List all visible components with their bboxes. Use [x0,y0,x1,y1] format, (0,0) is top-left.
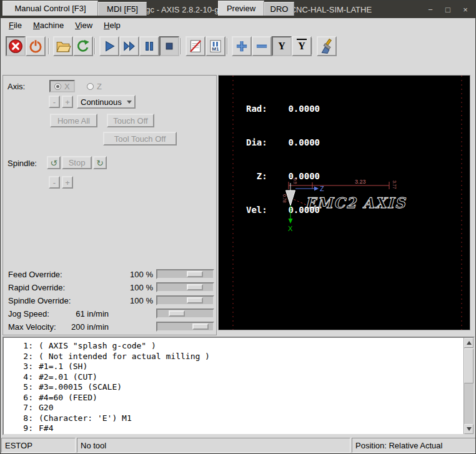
scrollbar-thumb[interactable] [464,348,474,383]
optional-stop-button[interactable]: M1 [206,36,226,56]
toolbar: M1 Y Y [1,32,475,61]
gcode-line[interactable]: 4:#2=.01 (CUT) [4,372,463,383]
jog-mode-select[interactable]: Continuous [77,95,136,109]
jog-minus-button[interactable]: - [49,96,60,108]
gcode-line[interactable]: 6:#4=60 (FEED) [4,393,463,403]
dimension-top-label: 3.23 [355,179,366,185]
power-icon [27,38,44,54]
gcode-line[interactable]: 3:#1=.1 (SH) [4,362,463,372]
slider-thumb[interactable] [187,271,203,277]
zoom-out-button[interactable] [252,36,272,56]
gcode-line[interactable]: 9:F#4 [4,423,463,434]
dimension-cone-left-label: 0.78 [282,194,287,203]
spindle-plus-button[interactable]: + [62,176,73,189]
gcode-line[interactable]: 5:#3=.00015 (SCALE) [4,382,463,393]
step-button[interactable] [119,36,139,56]
jog-speed-label: Jog Speed: [8,309,49,318]
gcode-lines: 1:( AXIS "splash g-code" ) 2:( Not inten… [4,341,463,434]
view-y-icon: Y [278,41,285,52]
view-y2-button[interactable]: Y [292,36,312,56]
feed-override-slider[interactable] [156,269,214,279]
z-axis-arrow-icon [314,187,319,191]
zoom-in-icon [234,38,250,54]
run-button[interactable] [99,36,119,56]
minimize-icon[interactable] [425,5,435,14]
max-velocity-label: Max Velocity: [8,322,56,332]
optional-stop-icon: M1 [207,38,224,54]
jog-plus-button[interactable]: + [62,96,73,108]
tab-dro[interactable]: DRO [264,2,294,16]
axis-window: axis-lathe.ngc - AXIS 2.8.2-10-g6d29f145… [0,0,476,454]
rapid-override-row: Rapid Override: 100 % [3,281,217,294]
toolbar-separator [94,38,96,54]
gcode-listing[interactable]: 1:( AXIS "splash g-code" ) 2:( Not inten… [2,337,475,435]
zoom-in-button[interactable] [232,36,252,56]
gcode-line[interactable]: 1:( AXIS "splash g-code" ) [4,341,463,352]
spindle-override-slider[interactable] [156,295,214,305]
status-machine-state: ESTOP [1,438,76,453]
view-y2-icon: Y [298,41,305,52]
reload-button[interactable] [73,36,93,56]
axis-radio-x[interactable]: X [49,80,75,92]
slider-thumb[interactable] [169,310,185,317]
gcode-line[interactable]: 2:( Not intended for actual milling ) [4,352,463,362]
gcode-line[interactable]: 7:G20 [4,403,463,413]
tab-preview[interactable]: Preview [218,1,264,16]
rapid-override-label: Rapid Override: [8,283,65,292]
touch-off-button[interactable]: Touch Off [107,114,154,127]
jog-speed-slider[interactable] [156,308,214,318]
scroll-up-icon[interactable] [464,338,474,348]
stop-button[interactable] [159,36,179,56]
axis-radio-z[interactable]: Z [83,80,106,92]
maximize-icon[interactable] [443,5,453,14]
tab-mdi[interactable]: MDI [F5] [98,2,147,16]
zoom-out-icon [254,38,270,54]
spindle-minus-button[interactable]: - [49,176,60,189]
feed-override-row: Feed Override: 100 % [3,268,217,281]
radio-dot [87,83,94,90]
gcode-line[interactable]: 8:(Character: 'E') M1 [4,413,463,424]
svg-text:M1: M1 [212,46,219,52]
dimension-cone-top-label: 0.9 [293,178,297,184]
rapid-override-slider[interactable] [156,282,214,292]
step-icon [121,38,137,54]
menu-machine[interactable]: Machine [27,19,69,31]
close-icon[interactable] [460,5,470,14]
emc2-axis-logo: EMC2 AXIS [305,194,407,211]
status-position-mode: Position: Relative Actual [352,438,476,453]
slider-thumb[interactable] [187,284,203,290]
max-velocity-slider[interactable] [156,322,214,332]
manual-control-panel: Axis: X Z - + Continuous Home All Touch … [2,75,217,335]
slider-thumb[interactable] [187,297,203,303]
spindle-reverse-button[interactable] [47,156,61,169]
max-velocity-value: 200 in/min [52,322,109,332]
machine-power-button[interactable] [26,36,46,56]
tool-touch-off-button[interactable]: Tool Touch Off [103,132,177,146]
tab-manual-control[interactable]: Manual Control [F3] [2,1,98,16]
preview-canvas[interactable]: Rad: 0.0000 Dia: 0.0000 Z: 0.0000 Vel: 0… [218,75,470,330]
spindle-stop-button[interactable]: Stop [62,156,92,169]
toolbar-separator [312,38,313,54]
block-delete-button[interactable] [186,36,206,56]
menu-file[interactable]: File [3,19,27,31]
spindle-forward-icon [96,158,104,168]
menu-view[interactable]: View [69,19,98,31]
view-y-button[interactable]: Y [272,36,292,56]
menu-help[interactable]: Help [98,19,126,31]
brush-icon [319,38,335,54]
max-velocity-row: Max Velocity: 200 in/min [3,320,217,333]
z-axis-label: Z [320,185,324,192]
scroll-down-icon[interactable] [464,424,474,434]
window-controls [425,1,470,18]
spindle-label: Spindle: [7,159,37,168]
gcode-scrollbar[interactable] [464,338,474,434]
clear-plot-button[interactable] [317,36,337,56]
estop-button[interactable] [6,36,26,56]
home-all-button[interactable]: Home All [50,114,97,127]
spindle-forward-button[interactable] [93,156,107,169]
pause-button[interactable] [139,36,159,56]
open-file-button[interactable] [53,36,73,56]
slider-thumb[interactable] [192,323,209,330]
x-axis-label: X [288,225,293,232]
radio-dot [54,83,61,90]
